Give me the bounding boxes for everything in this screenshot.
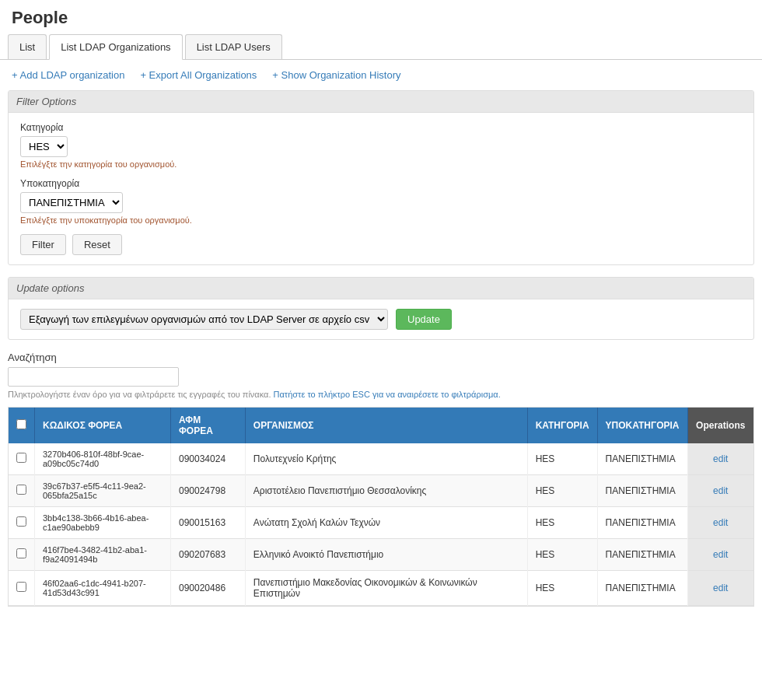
- cell-kodikos: 3bb4c138-3b66-4b16-abea-c1ae90abebb9: [35, 507, 171, 539]
- cell-afm: 090015163: [171, 507, 246, 539]
- cell-operations: edit: [687, 539, 753, 571]
- page-title: People: [0, 0, 762, 34]
- cell-kategoria: HES: [527, 443, 597, 475]
- search-hint: Πληκτρολογήστε έναν όρο για να φιλτράρετ…: [8, 390, 754, 399]
- action-links: + Add LDAP organization + Export All Org…: [0, 60, 762, 90]
- cell-kodikos: 39c67b37-e5f5-4c11-9ea2-065bfa25a15c: [35, 475, 171, 507]
- cell-kategoria: HES: [527, 571, 597, 606]
- search-hint-text: Πληκτρολογήστε έναν όρο για να φιλτράρετ…: [8, 390, 271, 399]
- update-section-header: Update options: [9, 278, 753, 299]
- cell-ypokatgoria: ΠΑΝΕΠΙΣΤΗΜΙΑ: [597, 507, 687, 539]
- table-row: 46f02aa6-c1dc-4941-b207-41d53d43c9910900…: [9, 571, 753, 606]
- edit-link[interactable]: edit: [713, 485, 728, 496]
- cell-afm: 090207683: [171, 539, 246, 571]
- cell-organismos: Πανεπιστήμιο Μακεδονίας Οικονομικών & Κο…: [245, 571, 527, 606]
- kategoria-hint: Επιλέγξτε την κατηγορία του οργανισμού.: [20, 159, 742, 169]
- cell-ypokatgoria: ΠΑΝΕΠΙΣΤΗΜΙΑ: [597, 443, 687, 475]
- col-header-organismos: ΟΡΓΑΝΙΣΜΟΣ: [245, 408, 527, 443]
- cell-kategoria: HES: [527, 539, 597, 571]
- row-checkbox[interactable]: [16, 516, 26, 527]
- kategoria-select[interactable]: HES: [20, 136, 68, 157]
- kategoria-label: Κατηγορία: [20, 122, 742, 133]
- row-checkbox[interactable]: [16, 453, 26, 463]
- cell-kategoria: HES: [527, 475, 597, 507]
- row-checkbox[interactable]: [16, 548, 26, 558]
- ypokatgoria-label: Υποκατηγορία: [20, 178, 742, 189]
- tab-list[interactable]: List: [8, 34, 47, 59]
- reset-button[interactable]: Reset: [72, 234, 122, 255]
- cell-afm: 090024798: [171, 475, 246, 507]
- export-all-orgs-link[interactable]: + Export All Organizations: [140, 69, 257, 81]
- search-hint-link[interactable]: Πατήστε το πλήκτρο ESC για να αναιρέσετε…: [274, 390, 501, 399]
- cell-organismos: Ελληνικό Ανοικτό Πανεπιστήμιο: [245, 539, 527, 571]
- update-row: Εξαγωγή των επιλεγμένων οργανισμών από τ…: [20, 309, 742, 330]
- filter-buttons: Filter Reset: [20, 234, 742, 255]
- tab-list-ldap-users[interactable]: List LDAP Users: [185, 34, 282, 59]
- update-button[interactable]: Update: [396, 309, 452, 330]
- edit-link[interactable]: edit: [713, 453, 728, 464]
- edit-link[interactable]: edit: [713, 549, 728, 560]
- tab-list-ldap-orgs[interactable]: List LDAP Organizations: [49, 34, 182, 60]
- update-section: Update options Εξαγωγή των επιλεγμένων ο…: [8, 277, 754, 340]
- table-row: 39c67b37-e5f5-4c11-9ea2-065bfa25a15c0900…: [9, 475, 753, 507]
- cell-organismos: Ανώτατη Σχολή Καλών Τεχνών: [245, 507, 527, 539]
- search-input[interactable]: [8, 367, 179, 387]
- table-row: 3bb4c138-3b66-4b16-abea-c1ae90abebb90900…: [9, 507, 753, 539]
- table-row: 416f7be4-3482-41b2-aba1-f9a24091494b0902…: [9, 539, 753, 571]
- cell-ypokatgoria: ΠΑΝΕΠΙΣΤΗΜΙΑ: [597, 475, 687, 507]
- cell-kodikos: 3270b406-810f-48bf-9cae-a09bc05c74d0: [35, 443, 171, 475]
- edit-link[interactable]: edit: [713, 517, 728, 528]
- table-body: 3270b406-810f-48bf-9cae-a09bc05c74d00900…: [9, 443, 753, 606]
- col-header-operations: Operations: [687, 408, 753, 443]
- update-section-body: Εξαγωγή των επιλεγμένων οργανισμών από τ…: [9, 299, 753, 339]
- kategoria-group: Κατηγορία HES Επιλέγξτε την κατηγορία το…: [20, 122, 742, 169]
- ypokatgoria-select[interactable]: ΠΑΝΕΠΙΣΤΗΜΙΑ: [20, 192, 123, 213]
- cell-organismos: Αριστοτέλειο Πανεπιστήμιο Θεσσαλονίκης: [245, 475, 527, 507]
- ypokatgoria-hint: Επιλέγξτε την υποκατηγορία του οργανισμο…: [20, 215, 742, 225]
- row-checkbox[interactable]: [16, 485, 26, 495]
- filter-section-body: Κατηγορία HES Επιλέγξτε την κατηγορία το…: [9, 113, 753, 264]
- col-header-kodikos: ΚΩΔΙΚΟΣ ΦΟΡΕΑ: [35, 408, 171, 443]
- cell-kodikos: 46f02aa6-c1dc-4941-b207-41d53d43c991: [35, 571, 171, 606]
- select-all-checkbox[interactable]: [16, 419, 26, 429]
- col-header-kategoria: ΚΑΤΗΓΟΡΙΑ: [527, 408, 597, 443]
- add-ldap-org-link[interactable]: + Add LDAP organization: [12, 69, 124, 81]
- cell-operations: edit: [687, 507, 753, 539]
- ypokatgoria-group: Υποκατηγορία ΠΑΝΕΠΙΣΤΗΜΙΑ Επιλέγξτε την …: [20, 178, 742, 225]
- row-checkbox[interactable]: [16, 582, 26, 592]
- table-row: 3270b406-810f-48bf-9cae-a09bc05c74d00900…: [9, 443, 753, 475]
- cell-afm: 090020486: [171, 571, 246, 606]
- col-header-afm: ΑΦΜ ΦΟΡΕΑ: [171, 408, 246, 443]
- col-header-ypokatgoria: ΥΠΟΚΑΤΗΓΟΡΙΑ: [597, 408, 687, 443]
- filter-button[interactable]: Filter: [20, 234, 66, 255]
- cell-afm: 090034024: [171, 443, 246, 475]
- organizations-table: ΚΩΔΙΚΟΣ ΦΟΡΕΑ ΑΦΜ ΦΟΡΕΑ ΟΡΓΑΝΙΣΜΟΣ ΚΑΤΗΓ…: [9, 408, 753, 606]
- filter-section: Filter Options Κατηγορία HES Επιλέγξτε τ…: [8, 90, 754, 265]
- cell-ypokatgoria: ΠΑΝΕΠΙΣΤΗΜΙΑ: [597, 539, 687, 571]
- show-org-history-link[interactable]: + Show Organization History: [272, 69, 400, 81]
- col-header-checkbox: [9, 408, 35, 443]
- cell-operations: edit: [687, 475, 753, 507]
- organizations-table-wrapper: ΚΩΔΙΚΟΣ ΦΟΡΕΑ ΑΦΜ ΦΟΡΕΑ ΟΡΓΑΝΙΣΜΟΣ ΚΑΤΗΓ…: [8, 407, 754, 607]
- search-label: Αναζήτηση: [8, 352, 754, 363]
- tabs-bar: List List LDAP Organizations List LDAP U…: [0, 34, 762, 60]
- table-header-row: ΚΩΔΙΚΟΣ ΦΟΡΕΑ ΑΦΜ ΦΟΡΕΑ ΟΡΓΑΝΙΣΜΟΣ ΚΑΤΗΓ…: [9, 408, 753, 443]
- cell-operations: edit: [687, 443, 753, 475]
- cell-organismos: Πολυτεχνείο Κρήτης: [245, 443, 527, 475]
- update-action-select[interactable]: Εξαγωγή των επιλεγμένων οργανισμών από τ…: [20, 309, 388, 330]
- edit-link[interactable]: edit: [713, 583, 728, 593]
- cell-kodikos: 416f7be4-3482-41b2-aba1-f9a24091494b: [35, 539, 171, 571]
- cell-kategoria: HES: [527, 507, 597, 539]
- cell-ypokatgoria: ΠΑΝΕΠΙΣΤΗΜΙΑ: [597, 571, 687, 606]
- filter-section-header: Filter Options: [9, 91, 753, 113]
- cell-operations: edit: [687, 571, 753, 606]
- search-section: Αναζήτηση Πληκτρολογήστε έναν όρο για να…: [0, 352, 762, 407]
